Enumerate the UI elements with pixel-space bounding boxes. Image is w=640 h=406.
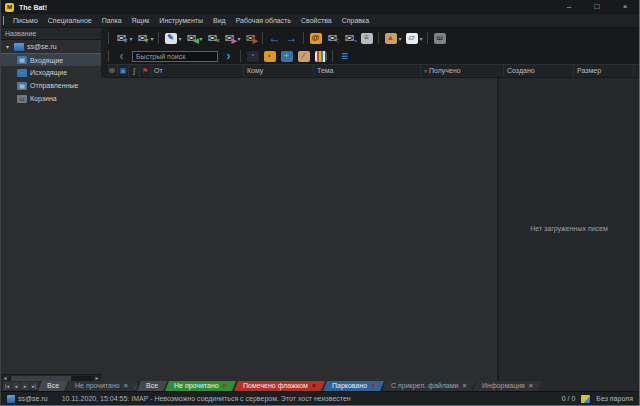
- menu-item-2[interactable]: Папка: [97, 14, 127, 28]
- nav-forward-button-glyph: →: [286, 32, 298, 44]
- quick-search-input[interactable]: [132, 51, 218, 62]
- maximize-button[interactable]: □: [583, 0, 611, 14]
- column-header-3[interactable]: ▿Получено: [421, 65, 504, 77]
- folder-pane-hscrollbar[interactable]: ◂ ▸: [1, 374, 101, 381]
- folder-item-3[interactable]: шКорзина: [1, 92, 101, 105]
- list-tab-2[interactable]: Помечено флажком×: [234, 381, 325, 391]
- status-bar: ss@se.ru 10.11.2020, 15:04:55: IMAP - Не…: [1, 391, 639, 405]
- menu-item-3[interactable]: Ящик: [127, 14, 155, 28]
- search-back-button[interactable]: ‹: [113, 48, 130, 64]
- unread-column-icon[interactable]: ✉: [107, 65, 118, 77]
- nav-forward-button[interactable]: →: [283, 30, 300, 46]
- folder-item-1[interactable]: ↑Исходящие: [1, 66, 101, 79]
- send-mail-button[interactable]: ✉▼: [134, 30, 151, 46]
- list-tab-1[interactable]: Не прочитано×: [165, 381, 236, 391]
- main-toolbar: ✉▼▾✉▼▾✎▾✉◀▾✉«✉▶▾✉▶←→@✉○✉▪≡▲▾▱▾ш: [107, 28, 639, 48]
- status-right: 0 / 0 Без пароля: [562, 395, 633, 403]
- menu-item-7[interactable]: Свойства: [296, 14, 337, 28]
- folder-item-0[interactable]: ▤Входящие: [1, 53, 101, 66]
- account-status-icon: [7, 395, 15, 403]
- menu-item-8[interactable]: Справка: [337, 14, 374, 28]
- column-header-2[interactable]: Тема: [314, 65, 421, 77]
- menu-item-4[interactable]: Инструменты: [154, 14, 208, 28]
- tab-label: Информация×: [482, 381, 533, 391]
- new-folder-button[interactable]: +: [278, 48, 295, 64]
- search-toolbar: ‹›◔▪+⁄≡: [107, 48, 639, 64]
- list-tab-3[interactable]: Парковано×: [323, 381, 384, 391]
- save-message-button[interactable]: ✉▪: [341, 30, 358, 46]
- list-tab-4[interactable]: С прикреп. файлами×: [382, 381, 476, 391]
- window-controls: – □ ×: [555, 0, 639, 14]
- menu-item-1[interactable]: Специальное: [43, 14, 97, 28]
- receive-mail-button[interactable]: ✉▼: [113, 30, 130, 46]
- folder-nav-1[interactable]: ◂: [12, 382, 20, 390]
- view-mode-button[interactable]: ◔: [244, 48, 261, 64]
- preview-empty-text: Нет загруженных писем: [499, 225, 639, 232]
- reply-all-button[interactable]: ✉«: [204, 30, 221, 46]
- message-list-tabs: |◂◂▸▸|ВсеНе прочитано×Помечено флажком×П…: [102, 381, 541, 391]
- tab-close-icon[interactable]: ×: [312, 382, 316, 389]
- folder-label: Корзина: [30, 95, 57, 102]
- search-messages-button[interactable]: ✉○: [324, 30, 341, 46]
- tab-label: Помечено флажком×: [243, 381, 316, 391]
- scrollbar-track[interactable]: [9, 376, 93, 381]
- list-tab-5[interactable]: Информация×: [473, 381, 542, 391]
- account-label: ss@se.ru: [27, 43, 57, 50]
- menu-item-6[interactable]: Рабочая область: [231, 14, 296, 28]
- folder-item-2[interactable]: ▤Отправленные: [1, 79, 101, 92]
- sort-mode-button[interactable]: [312, 48, 329, 64]
- column-header-0[interactable]: От: [151, 65, 244, 77]
- folder-tree-account-row[interactable]: ▾ss@se.ru: [1, 40, 101, 53]
- app-icon-bat: M: [5, 3, 14, 12]
- column-header-4[interactable]: Создано: [504, 65, 574, 77]
- tab-close-icon[interactable]: ×: [223, 382, 227, 389]
- folder-nav-0[interactable]: |◂: [3, 382, 11, 390]
- reply-button[interactable]: ✉◀: [183, 30, 200, 46]
- view-params-button[interactable]: ≡: [336, 48, 353, 64]
- message-counter: 0 / 0: [562, 395, 576, 402]
- tab-close-icon[interactable]: ×: [371, 382, 375, 389]
- column-header-1[interactable]: Кому: [244, 65, 314, 77]
- preview-pane: Нет загруженных писем: [499, 78, 639, 381]
- menu-item-5[interactable]: Вид: [208, 14, 231, 28]
- view-tabs-row: |◂◂▸▸|ВсеНе прочитано× |◂◂▸▸|ВсеНе прочи…: [1, 381, 639, 391]
- list-tab-0[interactable]: Все: [137, 381, 167, 391]
- attachment-column-icon[interactable]: ʃ: [129, 65, 140, 77]
- address-book-button[interactable]: @: [307, 30, 324, 46]
- folder-nav-3[interactable]: ▸|: [30, 382, 38, 390]
- column-header-5[interactable]: Размер: [574, 65, 634, 77]
- tab-close-icon[interactable]: ×: [124, 382, 128, 389]
- menubar-grip[interactable]: [3, 16, 4, 25]
- message-list[interactable]: [101, 78, 497, 381]
- account-lock-button[interactable]: ▪: [261, 48, 278, 64]
- minimize-button[interactable]: –: [555, 0, 583, 14]
- redirect-button[interactable]: ✉▶: [242, 30, 259, 46]
- search-toolbar-grip[interactable]: [108, 50, 109, 62]
- nav-back-button-glyph: ←: [269, 32, 281, 44]
- password-status-label: Без пароля: [596, 395, 633, 402]
- copy-button[interactable]: ▱: [403, 30, 420, 46]
- priority-column-icon[interactable]: ▣: [118, 65, 129, 77]
- tree-expand-icon[interactable]: ▾: [4, 43, 11, 50]
- main-toolbar-grip[interactable]: [108, 32, 109, 44]
- tab-close-icon[interactable]: ×: [462, 382, 466, 389]
- search-forward-button[interactable]: ›: [220, 48, 237, 64]
- menu-item-0[interactable]: Письмо: [8, 14, 43, 28]
- send-folder-button[interactable]: ▲: [382, 30, 399, 46]
- folder-tab-0[interactable]: Все: [38, 381, 68, 391]
- folder-maintenance-button[interactable]: ⁄: [295, 48, 312, 64]
- folder-pane-header[interactable]: Название: [1, 28, 101, 40]
- scrollbar-thumb[interactable]: [11, 376, 71, 381]
- toolbar-separator: [303, 32, 304, 44]
- close-button[interactable]: ×: [611, 0, 639, 14]
- flag-column-icon[interactable]: ⚑: [140, 65, 151, 77]
- toolbar-separator: [378, 32, 379, 44]
- new-message-button[interactable]: ✎: [162, 30, 179, 46]
- nav-back-button[interactable]: ←: [266, 30, 283, 46]
- print-button[interactable]: ≡: [358, 30, 375, 46]
- folder-nav-2[interactable]: ▸: [21, 382, 29, 390]
- folder-tab-1[interactable]: Не прочитано×: [66, 381, 137, 391]
- tab-close-icon[interactable]: ×: [529, 382, 533, 389]
- delete-button[interactable]: ш: [431, 30, 448, 46]
- forward-button[interactable]: ✉▶: [221, 30, 238, 46]
